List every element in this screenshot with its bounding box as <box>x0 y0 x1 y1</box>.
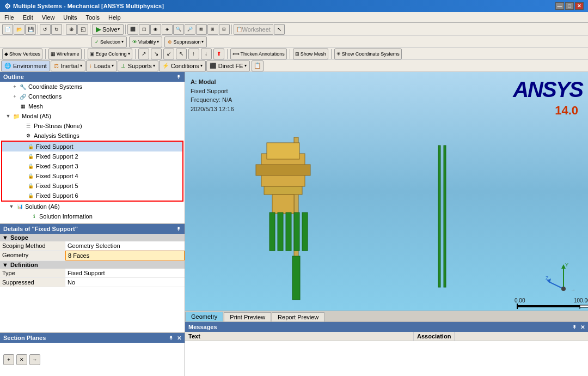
tb-cursor[interactable]: ↖ <box>274 24 285 35</box>
tree-mesh[interactable]: ▦ Mesh <box>0 101 185 111</box>
tb-new[interactable]: 📄 <box>2 24 13 35</box>
thicken-annotations-button[interactable]: ⟺ Thicken Annotations <box>230 48 287 59</box>
menu-view[interactable]: View <box>40 13 57 22</box>
tree-coord-systems[interactable]: + 🔧 Coordinate Systems <box>0 82 185 92</box>
svg-rect-5 <box>272 195 294 214</box>
tab-report-preview[interactable]: Report Preview <box>272 312 324 322</box>
tree-solution-a6[interactable]: ▼ 📊 Solution (A6) <box>0 202 185 211</box>
definition-section-header[interactable]: ▼ Definition <box>0 261 185 269</box>
tb-worksheet[interactable]: 📋 Worksheet <box>234 24 273 35</box>
sp-close-icon[interactable]: ✕ <box>177 335 181 341</box>
worksheet-icon-btn[interactable]: 📋 <box>252 60 264 71</box>
close-button[interactable]: ✕ <box>575 2 584 10</box>
tb-arrow4[interactable]: ↖ <box>176 48 187 59</box>
tb-btn3[interactable]: ◉ <box>150 24 161 35</box>
tb-arrow7[interactable]: ⬆ <box>213 48 224 59</box>
show-mesh-button[interactable]: ⊞ Show Mesh <box>293 48 328 59</box>
conditions-arrow-icon: ▾ <box>200 63 203 68</box>
menu-tools[interactable]: Tools <box>83 13 102 22</box>
tab-print-preview[interactable]: Print Preview <box>224 312 271 322</box>
show-vertices-button[interactable]: ◆ Show Vertices <box>2 48 42 59</box>
direct-fe-dropdown[interactable]: ⬛ Direct FE ▾ <box>206 60 250 71</box>
3d-viewport[interactable]: A: Modal Fixed Support Frequency: N/A 20… <box>185 72 588 311</box>
menu-help[interactable]: Help <box>106 13 123 22</box>
tb-redo[interactable]: ↻ <box>51 24 62 35</box>
details-title: Details of "Fixed Support" <box>3 226 78 232</box>
menu-file[interactable]: File <box>2 13 16 22</box>
edge-coloring-arrow-icon: ▾ <box>128 51 130 56</box>
scope-section-header[interactable]: ▼ Scope <box>0 234 185 241</box>
fs5-label: Fixed Support 5 <box>36 183 78 189</box>
tb-open[interactable]: 📂 <box>14 24 24 35</box>
tb-btn4[interactable]: ◈ <box>162 24 173 35</box>
tb-btn5[interactable]: 🔍 <box>173 24 184 35</box>
wireframe-icon: ▦ <box>51 51 56 57</box>
coord-label: Coordinate Systems <box>28 83 82 90</box>
sp-add-button[interactable]: + <box>3 354 14 365</box>
sp-pin-icon[interactable]: 🖈 <box>168 335 174 341</box>
tb-arrow3[interactable]: ↙ <box>163 48 174 59</box>
supports-dropdown[interactable]: ⊥ Supports ▾ <box>118 60 158 71</box>
visibility-arrow-icon: ▾ <box>157 39 159 44</box>
tree-fixed-support-4[interactable]: 🔒 Fixed Support 4 <box>2 171 182 181</box>
tree-connections[interactable]: + 🔗 Connections <box>0 92 185 101</box>
solve-button[interactable]: ▶ Solve ▾ <box>92 24 124 35</box>
tb-select[interactable]: ⊕ <box>66 24 77 35</box>
sp-move-button[interactable]: ↔ <box>29 354 40 365</box>
loads-dropdown[interactable]: ↓ Loads ▾ <box>86 60 117 71</box>
tree-fixed-support-6[interactable]: 🔒 Fixed Support 6 <box>2 191 182 201</box>
fs3-icon: 🔒 <box>26 162 35 171</box>
conditions-dropdown[interactable]: ⚡ Conditions ▾ <box>159 60 206 71</box>
tb-arrow6[interactable]: ↓ <box>201 48 212 59</box>
tb-btn8[interactable]: ⊞ <box>207 24 218 35</box>
tree-solution-info[interactable]: ℹ Solution Information <box>0 211 185 221</box>
svg-rect-2 <box>267 143 299 159</box>
tree-analysis-settings[interactable]: ⚙ Analysis Settings <box>0 131 185 141</box>
tb-box[interactable]: ◱ <box>77 24 88 35</box>
tb-btn6[interactable]: 🔎 <box>185 24 195 35</box>
tb-arrow1[interactable]: ↗ <box>138 48 149 59</box>
msg-association-col: Association <box>414 332 455 341</box>
menu-units[interactable]: Units <box>61 13 79 22</box>
maximize-button[interactable]: □ <box>565 2 574 10</box>
menubar: File Edit View Units Tools Help <box>0 12 588 23</box>
environment-label: Environment <box>13 63 47 69</box>
environment-button[interactable]: 🌐 Environment <box>1 60 50 71</box>
minimize-button[interactable]: — <box>555 2 564 10</box>
tree-fixed-support-1[interactable]: 🔒 Fixed Support <box>2 142 182 151</box>
tb-save[interactable]: 💾 <box>25 24 36 35</box>
tb-btn9[interactable]: ⊟ <box>219 24 230 35</box>
menu-edit[interactable]: Edit <box>21 13 35 22</box>
wireframe-button[interactable]: ▦ Wireframe <box>48 48 82 59</box>
show-coord-systems-button[interactable]: ✳ Show Coordinate Systems <box>334 48 402 59</box>
selection-dropdown[interactable]: ✓ Selection ▾ <box>91 37 127 47</box>
visibility-dropdown[interactable]: 👁 Visibility ▾ <box>129 37 162 47</box>
tab-geometry[interactable]: Geometry <box>185 312 223 322</box>
details-pin-icon[interactable]: 🖈 <box>176 226 181 232</box>
model-svg: 0.00 100.00 200.00 (mm) <box>185 72 588 311</box>
svg-rect-31 <box>580 305 588 307</box>
msg-pin-icon[interactable]: 🖈 <box>572 324 577 330</box>
msg-column-headers: Text Association <box>185 332 588 341</box>
tb-btn2[interactable]: ◫ <box>139 24 150 35</box>
tree-fixed-support-3[interactable]: 🔒 Fixed Support 3 <box>2 161 182 171</box>
tb-undo[interactable]: ↺ <box>40 24 51 35</box>
tree-fixed-support-2[interactable]: 🔒 Fixed Support 2 <box>2 151 182 161</box>
msg-close-icon[interactable]: ✕ <box>580 324 585 330</box>
sp-delete-button[interactable]: ✕ <box>16 354 27 365</box>
tb-arrow2[interactable]: ↘ <box>151 48 162 59</box>
tree-prestress[interactable]: ☰ Pre-Stress (None) <box>0 121 185 131</box>
selection-arrow-icon: ▾ <box>121 39 124 44</box>
tb-arrow5[interactable]: ↑ <box>188 48 199 59</box>
tb-btn7[interactable]: ⊠ <box>196 24 207 35</box>
section-planes-panel: Section Planes 🖈 ✕ + ✕ ↔ <box>0 332 185 376</box>
tree-fixed-support-5[interactable]: 🔒 Fixed Support 5 <box>2 181 182 191</box>
solve-label: Solve <box>102 26 118 33</box>
edge-coloring-dropdown[interactable]: ▣ Edge Coloring ▾ <box>88 48 132 59</box>
solve-arrow: ▾ <box>118 27 120 32</box>
outline-pin-icon[interactable]: 🖈 <box>176 74 181 80</box>
inertial-dropdown[interactable]: ⚖ Inertial ▾ <box>51 60 85 71</box>
tree-modal-a5[interactable]: ▼ 📁 Modal (A5) <box>0 111 185 121</box>
tb-btn1[interactable]: ⬛ <box>127 24 138 35</box>
suppression-dropdown[interactable]: ⊗ Suppression ▾ <box>164 37 207 47</box>
